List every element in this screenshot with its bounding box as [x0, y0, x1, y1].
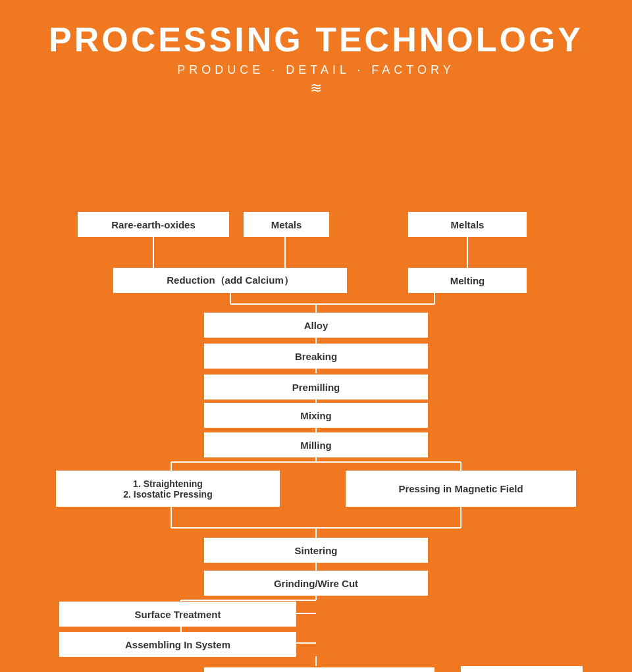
- sub-title: PRODUCE · DETAIL · FACTORY: [0, 63, 632, 77]
- box-premilling: Premilling: [204, 375, 428, 400]
- box-sintering: Sintering: [204, 538, 428, 563]
- box-rare-earth: Rare-earth-oxides: [78, 212, 229, 237]
- deco-symbol: ≋: [0, 80, 632, 97]
- box-milling: Milling: [204, 432, 428, 457]
- box-meltals: Meltals: [408, 212, 527, 237]
- box-coating: Coating,Marking Magnetising: [461, 666, 583, 672]
- box-metals: Metals: [244, 212, 329, 237]
- box-finishing: Finishing Surface Cleaning: [204, 667, 434, 672]
- box-alloy: Alloy: [204, 313, 428, 338]
- box-melting: Melting: [408, 268, 527, 293]
- page-header: PROCESSING TECHNOLOGY PRODUCE · DETAIL ·…: [0, 0, 632, 97]
- box-surface: Surface Treatment: [59, 602, 296, 627]
- box-mixing: Mixing: [204, 403, 428, 428]
- process-diagram: Rare-earth-oxides Metals Meltals Reducti…: [0, 103, 632, 672]
- box-straightening: 1. Straightening 2. Isostatic Pressing: [56, 471, 280, 507]
- box-breaking: Breaking: [204, 344, 428, 369]
- box-pressing: Pressing in Magnetic Field: [346, 471, 576, 507]
- box-grinding: Grinding/Wire Cut: [204, 571, 428, 596]
- main-title: PROCESSING TECHNOLOGY: [0, 20, 632, 59]
- box-reduction: Reduction（add Calcium）: [113, 268, 347, 293]
- box-assembling: Assembling In System: [59, 632, 296, 657]
